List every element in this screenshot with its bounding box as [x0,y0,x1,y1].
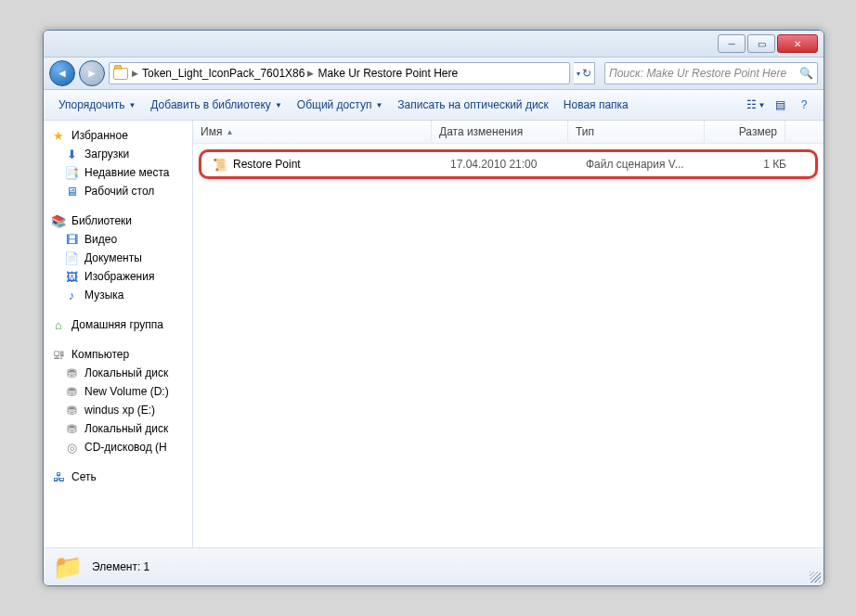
homegroup-icon: ⌂ [51,317,66,332]
preview-pane-button[interactable]: ▤ [770,95,790,115]
back-button[interactable]: ◄ [49,60,75,86]
minimize-button[interactable]: ─ [718,34,746,53]
folder-icon: 📁 [53,552,83,582]
refresh-button[interactable]: ▾ ↻ [574,62,595,84]
chevron-down-icon: ▼ [128,101,136,109]
video-icon: 🎞 [64,232,79,247]
chevron-down-icon: ▼ [375,101,383,109]
add-library-button[interactable]: Добавить в библиотеку▼ [143,95,289,115]
nav-bar: ◄ ► ▶ Token_Light_IconPack_7601X86▶ Make… [44,58,824,90]
navigation-pane: ★Избранное ⬇Загрузки 📑Недавние места 🖥Ра… [44,121,193,547]
picture-icon: 🖼 [64,269,79,284]
sidebar-item-drive[interactable]: ⛃windus xp (E:) [44,401,192,419]
folder-icon [113,66,128,81]
drive-icon: ⛃ [64,421,79,436]
address-bar[interactable]: ▶ Token_Light_IconPack_7601X86▶ Make Ur … [109,62,570,84]
drive-icon: ⛃ [64,384,79,399]
title-bar: ─ ▭ ✕ [44,31,824,58]
sidebar-item-pictures[interactable]: 🖼Изображения [44,267,192,286]
document-icon: 📄 [64,250,79,265]
sidebar-item-recent[interactable]: 📑Недавние места [44,163,192,182]
new-folder-button[interactable]: Новая папка [556,95,636,115]
sidebar-item-documents[interactable]: 📄Документы [44,249,192,267]
sidebar-item-desktop[interactable]: 🖥Рабочий стол [44,182,192,200]
sidebar-item-video[interactable]: 🎞Видео [44,230,192,249]
sidebar-item-cd[interactable]: ◎CD-дисковод (H [44,438,192,456]
file-list-pane: Имя▲ Дата изменения Тип Размер 📜Restore … [193,121,824,547]
sidebar-item-drive[interactable]: ⛃Локальный диск [44,364,192,382]
column-size[interactable]: Размер [705,121,785,143]
command-bar: Упорядочить▼ Добавить в библиотеку▼ Общи… [44,90,824,121]
drive-icon: ⛃ [64,366,79,380]
close-button[interactable]: ✕ [777,34,818,53]
script-file-icon: 📜 [213,157,227,172]
share-button[interactable]: Общий доступ▼ [290,95,391,115]
download-icon: ⬇ [64,147,79,161]
refresh-icon: ↻ [582,67,591,80]
maximize-button[interactable]: ▭ [747,34,775,53]
sidebar-item-drive[interactable]: ⛃New Volume (D:) [44,382,192,401]
recent-icon: 📑 [64,165,79,180]
sidebar-network-head[interactable]: 🖧Сеть [44,468,192,486]
sidebar-favorites-head[interactable]: ★Избранное [44,126,192,145]
sidebar-item-music[interactable]: ♪Музыка [44,286,192,304]
sidebar-item-downloads[interactable]: ⬇Загрузки [44,145,192,163]
explorer-window: ─ ▭ ✕ ◄ ► ▶ Token_Light_IconPack_7601X86… [43,30,824,586]
file-size: 1 КБ [714,158,794,171]
file-date: 17.04.2010 21:00 [443,158,578,171]
search-placeholder: Поиск: Make Ur Restore Point Here [609,67,786,80]
column-name[interactable]: Имя▲ [193,121,432,143]
view-options-button[interactable]: ☷▼ [746,95,766,115]
desktop-icon: 🖥 [64,184,79,199]
library-icon: 📚 [51,213,66,228]
sort-asc-icon: ▲ [226,128,233,136]
file-type: Файл сценария V... [578,158,714,171]
breadcrumb-sep[interactable]: ▶ [132,69,138,78]
chevron-down-icon: ▼ [275,101,282,109]
sidebar-item-drive[interactable]: ⛃Локальный диск [44,419,192,438]
burn-button[interactable]: Записать на оптический диск [390,95,556,115]
organize-button[interactable]: Упорядочить▼ [51,95,143,115]
sidebar-homegroup-head[interactable]: ⌂Домашняя группа [44,315,192,334]
search-icon: 🔍 [799,67,813,80]
search-input[interactable]: Поиск: Make Ur Restore Point Here 🔍 [604,62,818,84]
computer-icon: 🖳 [51,347,66,362]
breadcrumb-item[interactable]: Token_Light_IconPack_7601X86▶ [142,67,314,80]
column-date[interactable]: Дата изменения [432,121,568,143]
music-icon: ♪ [64,288,79,302]
network-icon: 🖧 [51,469,66,484]
sidebar-computer-head[interactable]: 🖳Компьютер [44,345,192,364]
file-row[interactable]: 📜Restore Point 17.04.2010 21:00 Файл сце… [205,154,811,174]
cd-icon: ◎ [64,440,79,455]
highlight-annotation: 📜Restore Point 17.04.2010 21:00 Файл сце… [199,149,818,179]
forward-button[interactable]: ► [79,60,105,86]
status-text: Элемент: 1 [92,560,149,573]
column-type[interactable]: Тип [568,121,705,143]
status-bar: 📁 Элемент: 1 [44,547,824,585]
help-button[interactable]: ? [794,95,814,115]
chevron-down-icon: ▾ [577,70,580,78]
file-name: Restore Point [233,158,301,171]
breadcrumb-item[interactable]: Make Ur Restore Point Here [318,67,458,80]
column-headers: Имя▲ Дата изменения Тип Размер [193,121,824,144]
sidebar-libraries-head[interactable]: 📚Библиотеки [44,212,192,230]
drive-icon: ⛃ [64,403,79,417]
star-icon: ★ [51,128,66,143]
